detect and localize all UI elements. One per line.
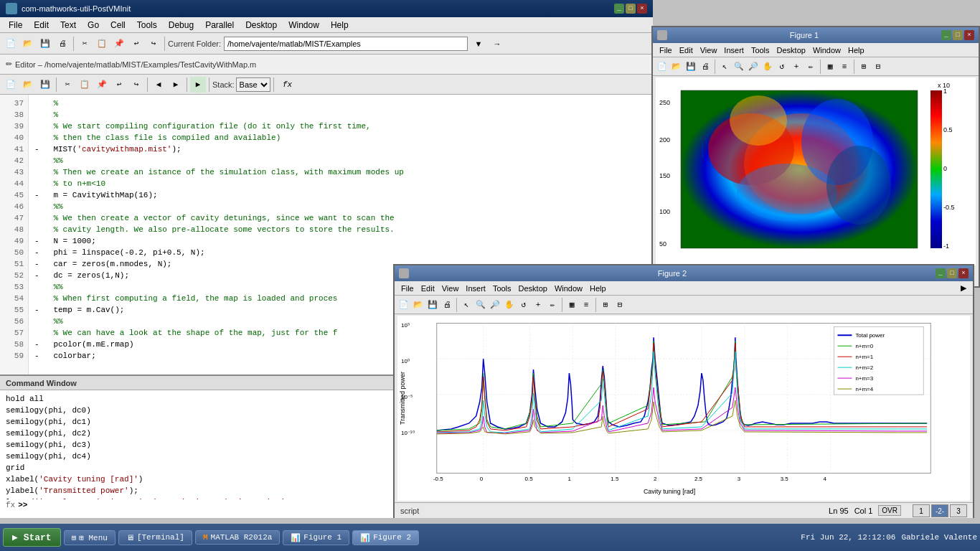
- maximize-btn[interactable]: □: [626, 4, 636, 14]
- fig2-menu-window[interactable]: Window: [551, 283, 586, 293]
- fig1-menu-edit[interactable]: Edit: [676, 45, 697, 55]
- fig2-tb-zoom-in[interactable]: 🔍: [474, 298, 487, 311]
- fig1-tb-legend[interactable]: ≡: [838, 60, 851, 73]
- taskbar-figure1-btn[interactable]: 📊 Figure 1: [283, 530, 349, 545]
- menu-file[interactable]: File: [3, 19, 28, 32]
- taskbar-figure2-btn[interactable]: 📊 Figure 2: [352, 530, 419, 545]
- fig2-menu-edit[interactable]: Edit: [418, 283, 438, 293]
- fig1-menu-view[interactable]: View: [697, 45, 721, 55]
- taskbar-matlab-btn[interactable]: M MATLAB R2012a: [195, 530, 280, 545]
- fig1-close-btn[interactable]: ×: [964, 30, 974, 40]
- fig1-tb-print[interactable]: 🖨: [699, 60, 712, 73]
- fig2-tb-datacursor[interactable]: +: [532, 298, 545, 311]
- fig2-min-btn[interactable]: _: [936, 268, 946, 278]
- menu-parallel[interactable]: Parallel: [199, 19, 240, 32]
- fig2-tb-single[interactable]: ⊟: [613, 298, 626, 311]
- fig1-menu-insert[interactable]: Insert: [720, 45, 748, 55]
- fig2-tb-legend[interactable]: ≡: [580, 298, 593, 311]
- tb-paste[interactable]: 📌: [111, 36, 127, 52]
- minimize-btn[interactable]: _: [614, 4, 624, 14]
- tb-undo[interactable]: ↩: [128, 36, 144, 52]
- tb-print[interactable]: 🖨: [55, 36, 70, 52]
- fig2-tb-tile[interactable]: ⊞: [599, 298, 612, 311]
- etb-cut[interactable]: ✂: [60, 77, 75, 93]
- fig1-max-btn[interactable]: □: [953, 30, 963, 40]
- fig2-tb-save[interactable]: 💾: [426, 298, 439, 311]
- tb-save[interactable]: 💾: [37, 36, 53, 52]
- fig1-menu-window[interactable]: Window: [809, 45, 844, 55]
- stack-select[interactable]: Base: [236, 77, 270, 92]
- fig1-tb-tile[interactable]: ⊞: [857, 60, 870, 73]
- etb-run-next[interactable]: ▶: [168, 77, 184, 93]
- fig1-tb-datacursor[interactable]: +: [790, 60, 803, 73]
- fig1-tb-brush[interactable]: ✏: [804, 60, 817, 73]
- fig1-menu-help[interactable]: Help: [844, 45, 868, 55]
- fig2-close-btn[interactable]: ×: [958, 268, 969, 278]
- etb-fx[interactable]: fx: [277, 77, 298, 93]
- etb-run[interactable]: ▶: [190, 77, 206, 93]
- fig1-tb-zoom-in[interactable]: 🔍: [732, 60, 745, 73]
- fig2-tb-open[interactable]: 📂: [412, 298, 425, 311]
- fig2-tb-colorbar[interactable]: ▦: [565, 298, 578, 311]
- fig1-tb-single[interactable]: ⊟: [872, 60, 885, 73]
- taskbar-terminal-btn[interactable]: 🖥 [Terminal]: [118, 530, 192, 545]
- fig1-menu-desktop[interactable]: Desktop: [773, 45, 809, 55]
- fig1-menu-file[interactable]: File: [656, 45, 676, 55]
- fig2-tb-rotate[interactable]: ↺: [517, 298, 530, 311]
- menu-go[interactable]: Go: [82, 19, 105, 32]
- menu-tools[interactable]: Tools: [131, 19, 163, 32]
- fig1-tb-rotate[interactable]: ↺: [776, 60, 788, 73]
- tb-cut[interactable]: ✂: [77, 36, 93, 52]
- current-folder-input[interactable]: [224, 37, 468, 51]
- menu-window[interactable]: Window: [283, 19, 325, 32]
- fig1-tb-pointer[interactable]: ↖: [718, 60, 731, 73]
- menu-debug[interactable]: Debug: [163, 19, 199, 32]
- fig1-tb-pan[interactable]: ✋: [761, 60, 774, 73]
- fig2-tb-zoom-out[interactable]: 🔎: [489, 298, 501, 311]
- fig2-menu-view[interactable]: View: [438, 283, 463, 293]
- folder-go-btn[interactable]: →: [489, 36, 505, 52]
- folder-browse-btn[interactable]: ▼: [471, 36, 486, 52]
- etb-run-prev[interactable]: ◀: [151, 77, 166, 93]
- fig2-max-btn[interactable]: □: [947, 268, 957, 278]
- menu-help[interactable]: Help: [325, 19, 354, 32]
- fig2-menu-tools[interactable]: Tools: [489, 283, 515, 293]
- etb-paste[interactable]: 📌: [94, 77, 110, 93]
- fig1-tb-zoom-out[interactable]: 🔎: [747, 60, 760, 73]
- fig1-min-btn[interactable]: _: [941, 30, 951, 40]
- fig2-menu-file[interactable]: File: [397, 283, 418, 293]
- etb-save[interactable]: 💾: [37, 77, 53, 93]
- etb-undo[interactable]: ↩: [111, 77, 127, 93]
- page-btn-1[interactable]: 1: [913, 504, 930, 517]
- tb-redo[interactable]: ↪: [146, 36, 161, 52]
- fig2-menu-help[interactable]: Help: [586, 283, 610, 293]
- fig1-tb-save[interactable]: 💾: [684, 60, 697, 73]
- menu-text[interactable]: Text: [55, 19, 82, 32]
- close-btn[interactable]: ×: [637, 4, 647, 14]
- tb-open[interactable]: 📂: [20, 36, 36, 52]
- tb-copy[interactable]: 📋: [94, 36, 110, 52]
- tb-new[interactable]: 📄: [3, 36, 19, 52]
- etb-copy[interactable]: 📋: [77, 77, 93, 93]
- fig1-menu-tools[interactable]: Tools: [748, 45, 773, 55]
- fig2-tb-new[interactable]: 📄: [397, 298, 410, 311]
- fig2-menu-insert[interactable]: Insert: [462, 283, 489, 293]
- etb-open[interactable]: 📂: [20, 77, 36, 93]
- fig1-tb-new[interactable]: 📄: [656, 60, 669, 73]
- menu-edit[interactable]: Edit: [28, 19, 55, 32]
- fig2-tb-print[interactable]: 🖨: [440, 298, 453, 311]
- start-button[interactable]: ▶ Start: [3, 528, 61, 547]
- fig2-tb-pointer[interactable]: ↖: [460, 298, 473, 311]
- fig2-menu-expand[interactable]: ▶: [957, 283, 970, 293]
- fig2-tb-pan[interactable]: ✋: [503, 298, 516, 311]
- fig2-menu-desktop[interactable]: Desktop: [515, 283, 551, 293]
- menu-cell[interactable]: Cell: [105, 19, 131, 32]
- fig2-tb-brush[interactable]: ✏: [546, 298, 559, 311]
- etb-new[interactable]: 📄: [3, 77, 19, 93]
- page-btn-2[interactable]: -2-: [931, 504, 948, 517]
- page-btn-3[interactable]: 3: [950, 504, 967, 517]
- fig1-tb-colorbar[interactable]: ▦: [824, 60, 837, 73]
- taskbar-menu-btn[interactable]: ⊞ ⊞ Menu: [64, 530, 116, 545]
- etb-redo[interactable]: ↪: [128, 77, 144, 93]
- menu-desktop[interactable]: Desktop: [240, 19, 283, 32]
